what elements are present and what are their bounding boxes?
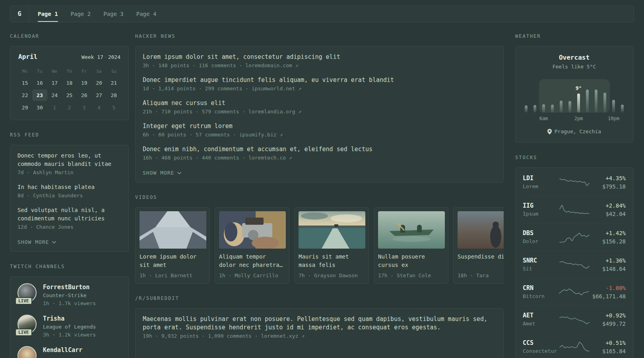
stock-values: +4.35% $795.18	[593, 174, 626, 191]
hn-item-title[interactable]: Donec enim nibh, condimentum et accumsan…	[143, 145, 496, 154]
stock-row[interactable]: AET Amet +0.92% $499.72	[523, 305, 626, 333]
twitch-channel-row[interactable]: LIVE Trisha League of Legends 3h · 1.2k …	[17, 315, 121, 339]
weather-bar-col	[585, 81, 590, 113]
calendar-day: 19	[77, 77, 91, 89]
external-link-icon: ↗	[295, 62, 299, 68]
stock-symbol: AET	[523, 311, 556, 320]
video-card[interactable]: Mauris sit amet massa felis 7h · Grayson…	[294, 207, 369, 284]
stock-symbol: CCS	[523, 339, 556, 347]
subreddit-post-title[interactable]: Maecenas mollis pulvinar erat non posuer…	[143, 315, 496, 332]
stock-values: +0.51% $165.84	[593, 339, 626, 355]
hn-item-title[interactable]: Integer eget rutrum lorem	[143, 122, 496, 130]
weather-bar-col: 9°2pm	[576, 81, 581, 113]
hn-show-more-button[interactable]: SHOW MORE	[143, 170, 182, 176]
stock-row[interactable]: DBS Dolor +1.42% $156.28	[523, 223, 626, 251]
weather-bar-col	[620, 81, 625, 113]
separator-dot: ·	[103, 54, 108, 60]
rss-show-more-button[interactable]: SHOW MORE	[17, 239, 56, 245]
stock-change-negative: -1.00%	[592, 284, 626, 292]
subreddit-section-title: /R/SUBREDDIT	[135, 296, 504, 301]
hn-item-domain-link[interactable]: ipsumify.biz	[239, 132, 277, 138]
dashboard-columns: CALENDAR April Week 17·2024 Mo Tu We Th …	[0, 22, 644, 358]
hn-item-domain-link[interactable]: ipsumworld.net	[252, 86, 295, 91]
show-more-label: SHOW MORE	[143, 170, 174, 176]
stock-row[interactable]: CCS Consectetur +0.51% $165.84	[523, 333, 626, 358]
hackernews-section-title: HACKER NEWS	[135, 33, 504, 39]
calendar-day: 22	[17, 90, 32, 101]
twitch-channel-row[interactable]: KendallCarr	[17, 346, 121, 358]
hn-item: Lorem ipsum dolor sit amet, consectetur …	[143, 53, 496, 70]
stock-id: SNRC Sit	[523, 256, 556, 273]
stock-row[interactable]: SNRC Sit +1.36% $148.64	[523, 251, 626, 278]
stock-row[interactable]: CRN Bitcorn -1.00% $66,171.48	[523, 278, 626, 305]
hn-item-domain-link[interactable]: loremlandia.org	[248, 109, 295, 115]
calendar-year: 2024	[108, 54, 120, 60]
live-badge: LIVE	[15, 329, 32, 336]
stocks-section-title: STOCKS	[515, 155, 633, 160]
twitch-channel-name: KendallCarr	[43, 346, 82, 354]
rss-item-meta: 7d · Ashlyn Martin	[17, 168, 121, 177]
twitch-channel-info: KendallCarr	[43, 346, 82, 358]
weekday-label: Th	[62, 67, 77, 76]
video-card[interactable]: Aliquam tempor dolor nec pharetra… 1h · …	[215, 207, 289, 284]
video-meta: 7h · Grayson Dawson	[299, 272, 365, 278]
time-label: 10pm	[608, 116, 619, 121]
rss-item-meta: 8d · Cynthia Saunders	[17, 191, 121, 200]
tab-page-3[interactable]: Page 3	[103, 6, 124, 22]
stock-id: DBS Dolor	[523, 229, 556, 245]
rss-item-title[interactable]: Donec tempor eros leo, ut commodo mauris…	[17, 152, 121, 168]
stock-row[interactable]: IIG Ipsum +2.84% $42.04	[523, 196, 626, 223]
hn-item-title[interactable]: Donec imperdiet augue tincidunt felis al…	[143, 76, 496, 84]
stock-name: Sit	[523, 265, 556, 273]
rss-item-title[interactable]: In hac habitasse platea	[17, 183, 121, 191]
stock-row[interactable]: LDI Lorem +4.35% $795.18	[523, 169, 626, 196]
external-link-icon: ↗	[289, 155, 292, 161]
weekday-label: Su	[107, 67, 121, 76]
hn-item-stats: 3h · 148 points · 116 comments ·	[143, 62, 242, 68]
stock-id: CCS Consectetur	[523, 339, 556, 355]
stock-name: Bitcorn	[523, 292, 556, 300]
weather-bar	[568, 101, 571, 113]
rss-item: In hac habitasse platea 8d · Cynthia Sau…	[17, 183, 121, 200]
tab-page-1[interactable]: Page 1	[38, 6, 58, 22]
stock-change: +4.35%	[593, 174, 626, 183]
stock-price: $165.84	[593, 347, 626, 355]
stock-sparkline	[559, 230, 590, 244]
weather-hourly-chart: 6am 9°2pm 10pm	[524, 81, 625, 113]
hn-item-title[interactable]: Aliquam nec cursus elit	[143, 99, 496, 107]
external-link-icon: ↗	[279, 132, 283, 138]
video-card[interactable]: Suspendisse diam 18h · Tara	[453, 207, 504, 284]
calendar-day: 20	[91, 77, 106, 89]
stock-id: AET Amet	[523, 311, 556, 328]
stock-symbol: CRN	[523, 284, 556, 292]
avatar	[17, 346, 37, 358]
weather-bar-col: 6am	[541, 81, 546, 113]
twitch-channel-row[interactable]: LIVE ForrestBurton Counter-Strike 1h · 1…	[17, 283, 121, 307]
video-card[interactable]: Nullam posuere cursus ex 17h · Stefan Co…	[374, 207, 448, 284]
twitch-avatar-wrap: LIVE	[17, 283, 37, 302]
video-meta: 1h · Lori Barnett	[140, 272, 206, 278]
hn-item: Donec imperdiet augue tincidunt felis al…	[143, 76, 496, 93]
hn-item-domain-link[interactable]: loremdomain.com	[245, 62, 292, 68]
weather-bar	[603, 93, 606, 113]
tab-page-4[interactable]: Page 4	[136, 6, 157, 22]
videos-section-title: VIDEOS	[135, 195, 504, 200]
stock-name: Dolor	[523, 237, 556, 245]
hn-item-domain-link[interactable]: loremtech.co	[248, 155, 286, 161]
video-card[interactable]: Lorem ipsum dolor sit amet consectetu… 1…	[135, 207, 210, 284]
tab-page-2[interactable]: Page 2	[71, 6, 91, 22]
stock-values: +1.42% $156.28	[593, 229, 626, 245]
weather-bar-col	[594, 81, 599, 113]
calendar-day: 24	[47, 90, 62, 101]
subreddit-domain-link[interactable]: loremnet.xyz	[261, 333, 298, 339]
stock-id: LDI Lorem	[523, 174, 556, 191]
stock-id: CRN Bitcorn	[523, 284, 556, 300]
show-more-label: SHOW MORE	[17, 239, 49, 245]
twitch-channel-game: Counter-Strike	[43, 291, 96, 300]
stock-price: $499.72	[593, 320, 626, 328]
hn-item-title[interactable]: Lorem ipsum dolor sit amet, consectetur …	[143, 53, 496, 61]
rss-item-title[interactable]: Sed volutpat nulla nisl, a condimentum n…	[17, 206, 121, 223]
stock-sparkline	[559, 175, 590, 189]
left-column: CALENDAR April Week 17·2024 Mo Tu We Th …	[10, 22, 129, 358]
stock-name: Amet	[523, 320, 556, 328]
